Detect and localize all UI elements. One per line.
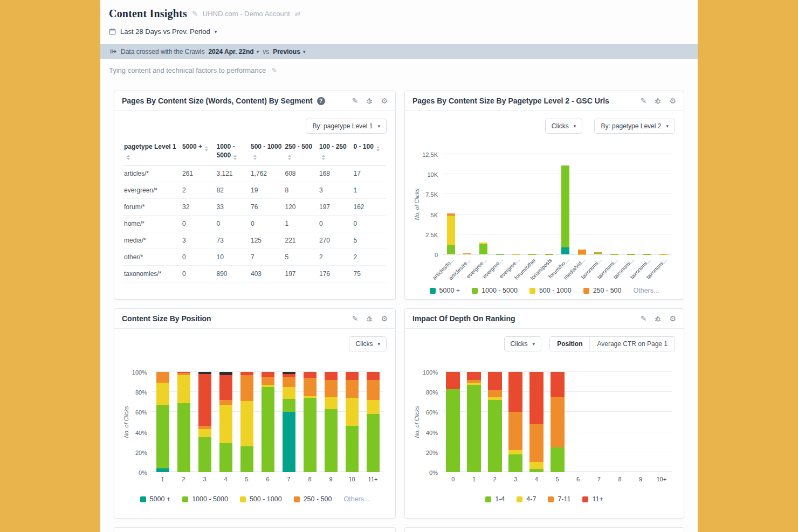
legend-item[interactable]: 1-4 bbox=[485, 495, 505, 503]
bar-segment[interactable] bbox=[262, 372, 274, 377]
toggle-average-ctr[interactable]: Average CTR on Page 1 bbox=[589, 337, 675, 351]
date-range-selector[interactable]: Last 28 Days vs Prev. Period ▾ bbox=[109, 27, 217, 36]
bar-segment[interactable] bbox=[219, 375, 232, 400]
bar-segment[interactable] bbox=[262, 377, 274, 385]
bar-segment[interactable] bbox=[367, 372, 380, 380]
sort-icon[interactable] bbox=[127, 155, 130, 160]
bar-segment[interactable] bbox=[240, 375, 253, 401]
bar-segment[interactable] bbox=[467, 385, 481, 472]
bar-segment[interactable] bbox=[283, 377, 295, 387]
bar-segment[interactable] bbox=[177, 375, 190, 403]
edit-widget-icon[interactable]: ✎ bbox=[641, 96, 647, 105]
stacked-bar[interactable] bbox=[529, 372, 544, 472]
bar-segment[interactable] bbox=[262, 387, 274, 472]
stacked-bar[interactable] bbox=[627, 254, 635, 254]
bar-segment[interactable] bbox=[346, 426, 359, 472]
bar-segment[interactable] bbox=[325, 372, 338, 380]
stacked-bar[interactable] bbox=[283, 372, 295, 472]
bar-segment[interactable] bbox=[198, 437, 211, 472]
legend-item[interactable]: 4-7 bbox=[517, 495, 536, 503]
bar-segment[interactable] bbox=[367, 414, 380, 472]
bar-segment[interactable] bbox=[325, 397, 338, 409]
edit-title-icon[interactable]: ✎ bbox=[192, 10, 198, 18]
metric-dropdown[interactable]: Clicks ▾ bbox=[504, 336, 542, 351]
stacked-bar[interactable] bbox=[659, 254, 668, 254]
legend-item[interactable]: 500 - 1000 bbox=[529, 287, 572, 294]
bar-segment[interactable] bbox=[529, 469, 544, 472]
segment-by-dropdown[interactable]: By: pagetype Level 1 ▾ bbox=[306, 119, 387, 134]
stacked-bar[interactable] bbox=[561, 165, 569, 254]
bar-segment[interactable] bbox=[508, 412, 522, 450]
legend-others[interactable]: Others... bbox=[344, 495, 370, 503]
bar-segment[interactable] bbox=[304, 378, 317, 396]
column-header[interactable]: 100 - 250 bbox=[318, 140, 353, 165]
bug-icon[interactable] bbox=[654, 315, 662, 322]
bar-segment[interactable] bbox=[219, 400, 232, 405]
legend-others[interactable]: Others... bbox=[634, 287, 659, 294]
stacked-bar[interactable] bbox=[156, 372, 169, 472]
edit-widget-icon[interactable]: ✎ bbox=[352, 314, 359, 323]
stacked-bar[interactable] bbox=[177, 372, 190, 472]
legend-item[interactable]: 250 - 500 bbox=[583, 287, 622, 294]
bug-icon[interactable] bbox=[366, 97, 373, 105]
crawl-compare-dropdown[interactable]: Previous ▾ bbox=[273, 48, 305, 56]
column-header[interactable]: 250 - 500 bbox=[284, 140, 319, 165]
edit-widget-icon[interactable]: ✎ bbox=[641, 314, 647, 323]
bar-segment[interactable] bbox=[488, 372, 502, 390]
bar-segment[interactable] bbox=[529, 424, 544, 462]
stacked-bar[interactable] bbox=[479, 243, 487, 254]
help-icon[interactable]: ? bbox=[317, 97, 325, 105]
bar-segment[interactable] bbox=[367, 400, 380, 414]
gear-icon[interactable]: ⚙ bbox=[669, 314, 676, 323]
bar-segment[interactable] bbox=[508, 450, 522, 454]
legend-item[interactable]: 5000 + bbox=[430, 287, 460, 294]
bar-segment[interactable] bbox=[479, 244, 487, 254]
stacked-bar[interactable] bbox=[528, 254, 536, 254]
gear-icon[interactable]: ⚙ bbox=[381, 314, 388, 323]
stacked-bar[interactable] bbox=[488, 372, 502, 472]
bar-segment[interactable] bbox=[508, 454, 522, 472]
stacked-bar[interactable] bbox=[610, 254, 618, 254]
crawl-date-dropdown[interactable]: 2024 Apr. 22nd ▾ bbox=[208, 48, 259, 56]
edit-widget-icon[interactable]: ✎ bbox=[352, 96, 359, 105]
stacked-bar[interactable] bbox=[367, 372, 380, 472]
bar-segment[interactable] bbox=[367, 380, 380, 400]
sort-icon[interactable] bbox=[253, 155, 257, 160]
edit-subtitle-icon[interactable]: ✎ bbox=[271, 66, 277, 74]
bar-segment[interactable] bbox=[447, 216, 455, 245]
stacked-bar[interactable] bbox=[594, 252, 602, 254]
bar-segment[interactable] bbox=[325, 409, 338, 472]
bar-segment[interactable] bbox=[346, 380, 359, 398]
stacked-bar[interactable] bbox=[508, 372, 522, 472]
sort-icon[interactable] bbox=[376, 146, 380, 151]
bar-segment[interactable] bbox=[594, 253, 602, 254]
bar-segment[interactable] bbox=[304, 372, 317, 378]
stacked-bar[interactable] bbox=[304, 372, 317, 472]
bar-segment[interactable] bbox=[283, 387, 295, 399]
metric-dropdown[interactable]: Clicks ▾ bbox=[349, 336, 387, 351]
toggle-position[interactable]: Position bbox=[550, 337, 589, 351]
bar-segment[interactable] bbox=[177, 403, 190, 472]
stacked-bar[interactable] bbox=[643, 254, 651, 254]
sort-icon[interactable] bbox=[288, 155, 291, 160]
column-header[interactable]: 1000 - 5000 bbox=[216, 140, 250, 165]
bar-segment[interactable] bbox=[240, 446, 253, 472]
bar-segment[interactable] bbox=[561, 165, 569, 248]
stacked-bar[interactable] bbox=[198, 372, 211, 472]
stacked-bar[interactable] bbox=[240, 372, 253, 472]
bar-segment[interactable] bbox=[346, 372, 359, 380]
bar-segment[interactable] bbox=[463, 254, 471, 254]
bar-segment[interactable] bbox=[240, 401, 253, 446]
bar-segment[interactable] bbox=[488, 390, 502, 397]
legend-item[interactable]: 1000 - 5000 bbox=[182, 495, 228, 503]
stacked-bar[interactable] bbox=[578, 250, 586, 254]
bar-segment[interactable] bbox=[529, 372, 544, 424]
bar-segment[interactable] bbox=[446, 389, 460, 472]
sort-icon[interactable] bbox=[233, 155, 237, 160]
bar-segment[interactable] bbox=[304, 398, 317, 472]
bar-segment[interactable] bbox=[325, 380, 338, 397]
bar-segment[interactable] bbox=[529, 462, 544, 469]
stacked-bar[interactable] bbox=[325, 372, 338, 472]
bar-segment[interactable] bbox=[447, 245, 455, 254]
stacked-bar[interactable] bbox=[545, 254, 553, 254]
